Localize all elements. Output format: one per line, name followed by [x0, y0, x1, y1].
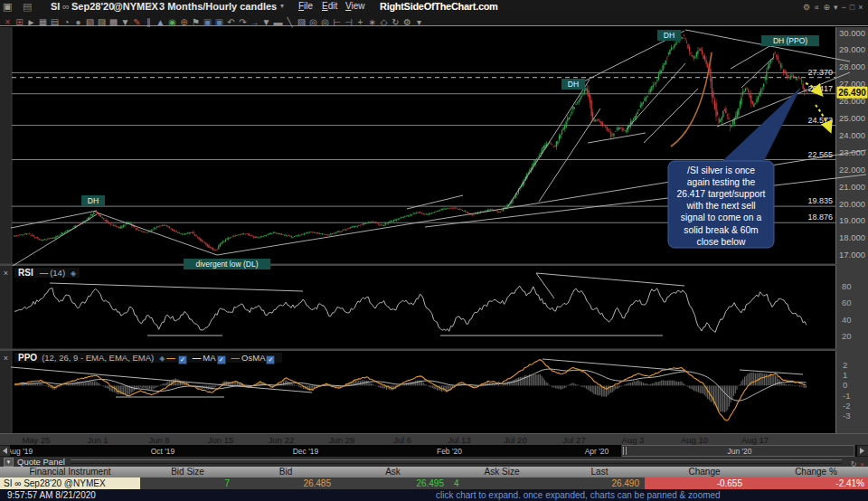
- legend-label: MA: [203, 353, 215, 363]
- app-icon[interactable]: ▤: [23, 0, 32, 13]
- contract-label[interactable]: Sep28'20: [71, 0, 114, 13]
- redo-icon[interactable]: ↷: [237, 15, 249, 29]
- level-label: 19.835: [807, 196, 833, 205]
- date-tick: Jul 20: [504, 435, 526, 445]
- pattern-icon[interactable]: ▧: [84, 15, 96, 29]
- close-icon[interactable]: ×: [858, 3, 863, 12]
- checkbox[interactable]: ✓: [266, 355, 275, 364]
- window-icon[interactable]: ▣: [3, 0, 12, 13]
- quote-column-headers: Financial InstrumentBid SizeBidAskAsk Si…: [0, 467, 868, 477]
- level-label: 27.370: [807, 68, 833, 77]
- flag-icon[interactable]: ⚑: [190, 15, 202, 29]
- crosshair-grid-icon[interactable]: ⊞: [14, 15, 25, 29]
- pin-icon[interactable]: ⊕: [824, 3, 831, 12]
- measure-right-icon[interactable]: ⊣: [343, 15, 354, 29]
- measure-left-icon[interactable]: ⊢: [331, 15, 343, 29]
- more-dropdown-icon[interactable]: ▾: [413, 15, 425, 29]
- note-text: close below: [697, 237, 746, 247]
- ppo-close-button[interactable]: ×: [4, 354, 8, 363]
- forward-icon[interactable]: →: [249, 15, 260, 29]
- watermark-logo: RightSideOfTheChart.com: [380, 0, 498, 13]
- zoom-in-icon[interactable]: ◎: [307, 15, 319, 29]
- hatch-icon[interactable]: ▨: [96, 15, 108, 29]
- chart-canvas[interactable]: 27.37026.41724.57322.56519.83518.876DHDH…: [0, 27, 868, 457]
- menu-edit[interactable]: Edit: [322, 0, 337, 13]
- pan-icon[interactable]: +: [354, 15, 366, 29]
- bars-icon[interactable]: ∥: [143, 15, 155, 29]
- quote-row[interactable]: SI ∞ Sep28'20 @NYMEX 7 26.485 26.495 4 2…: [0, 477, 868, 489]
- column-header[interactable]: Last: [554, 467, 645, 477]
- checkbox[interactable]: ✓: [178, 355, 187, 364]
- globe-icon[interactable]: ◉: [166, 15, 178, 29]
- ppo-tick: 1: [843, 370, 847, 380]
- close-chart-icon[interactable]: ×: [2, 15, 14, 29]
- chevron-down-icon[interactable]: ▾: [280, 0, 284, 13]
- divider: [71, 459, 842, 464]
- cursor-icon[interactable]: ►: [25, 15, 37, 29]
- link-icon[interactable]: ∝: [814, 3, 819, 12]
- panel-right-icon[interactable]: ▣: [213, 15, 225, 29]
- minimize-icon[interactable]: −: [842, 3, 846, 12]
- date-tick: Jul 13: [448, 435, 470, 445]
- price-tick: 19.000: [839, 215, 865, 225]
- panel-separator[interactable]: [0, 264, 836, 267]
- zoom-out-icon[interactable]: ◎: [319, 15, 331, 29]
- timeframe-selector[interactable]: 3 Months/Hourly candles: [159, 0, 277, 13]
- pin-icon[interactable]: ◈: [71, 269, 76, 278]
- menu-file[interactable]: File: [298, 0, 313, 13]
- history-tick: Apr '20: [585, 447, 609, 456]
- drawing-toolbar: ×⊞►▦▤◔●▧▨▩▼✎∥▲◉⊕⚑▣▣↶↷→▼▬╲▨◎◎⊢⊣+∗◇↻⚙▾: [0, 13, 868, 26]
- triangle-marker-icon[interactable]: ▲: [155, 15, 166, 29]
- settings-icon[interactable]: ⚙: [401, 15, 413, 29]
- collapse-icon[interactable]: ▼: [4, 458, 14, 467]
- watchlist-icon[interactable]: ▤: [49, 15, 61, 29]
- dropdown-icon-2[interactable]: ▼: [260, 15, 272, 29]
- channel-tool-icon[interactable]: ▨: [296, 15, 307, 29]
- dropdown-icon[interactable]: ▼: [119, 15, 131, 29]
- chart-text-label[interactable]: DH (PPO): [761, 35, 819, 46]
- grid-icon[interactable]: ▦: [37, 15, 49, 29]
- chart-area[interactable]: 27.37026.41724.57322.56519.83518.876DHDH…: [0, 27, 868, 457]
- chevron-down-icon[interactable]: ▾: [148, 0, 152, 13]
- refresh-icon[interactable]: ↻: [390, 15, 401, 29]
- target-icon[interactable]: ⊕: [178, 15, 190, 29]
- trendline-tool-icon[interactable]: ╲: [284, 15, 296, 29]
- settings-icon[interactable]: ⚙: [803, 3, 810, 12]
- ask-cell: 26.495: [336, 477, 449, 489]
- circle-tool-icon[interactable]: ●: [72, 15, 84, 29]
- column-header[interactable]: Bid Size: [140, 467, 235, 477]
- pin-caret-icon[interactable]: ▾: [834, 3, 838, 12]
- panel-left-icon[interactable]: ▣: [202, 15, 213, 29]
- chart-text-label[interactable]: DH: [657, 30, 681, 41]
- layout-grid-icon[interactable]: ▩: [108, 15, 119, 29]
- history-tick: Aug '19: [7, 447, 33, 456]
- rsi-tick: 80: [842, 281, 852, 291]
- panel-separator[interactable]: [0, 349, 836, 352]
- star-tool-icon[interactable]: ∗: [366, 15, 378, 29]
- ppo-tick: -3: [843, 411, 850, 421]
- pie-chart-icon[interactable]: ◔: [61, 15, 72, 29]
- column-header[interactable]: Change: [645, 467, 764, 477]
- undo-icon[interactable]: ↶: [225, 15, 237, 29]
- menu-view[interactable]: View: [345, 0, 365, 13]
- rectangle-tool-icon[interactable]: ▬: [272, 15, 284, 29]
- checkbox[interactable]: ✓: [217, 355, 226, 364]
- symbol-label[interactable]: SI: [51, 0, 60, 13]
- column-header[interactable]: Ask Size: [449, 467, 554, 477]
- date-axis[interactable]: [0, 434, 868, 445]
- chart-text-label[interactable]: DH: [81, 195, 105, 206]
- chart-text-label[interactable]: divergent low (DL): [184, 259, 270, 269]
- polygon-tool-icon[interactable]: ◇: [378, 15, 390, 29]
- chart-text-label[interactable]: DH: [561, 79, 585, 90]
- column-header[interactable]: Financial Instrument: [0, 467, 140, 477]
- quote-panel-titlebar: ▼ Quote Panel ↻×: [0, 457, 868, 467]
- column-header[interactable]: Change %: [764, 467, 868, 477]
- column-header[interactable]: Bid: [235, 467, 336, 477]
- maximize-icon[interactable]: □: [850, 3, 854, 12]
- left-gutter: [0, 27, 12, 434]
- rsi-close-button[interactable]: ×: [4, 269, 8, 278]
- draw-pencil-icon[interactable]: ✎: [131, 15, 143, 29]
- ppo-title: PPO: [18, 353, 37, 363]
- instrument-cell[interactable]: SI ∞ Sep28'20 @NYMEX: [0, 477, 140, 489]
- column-header[interactable]: Ask: [336, 467, 449, 477]
